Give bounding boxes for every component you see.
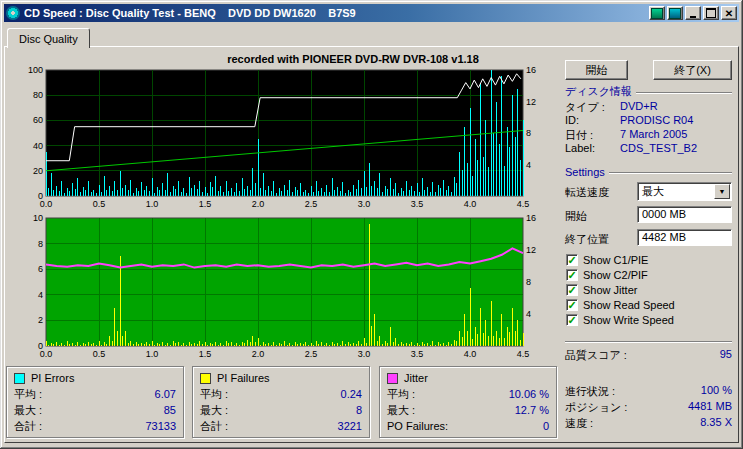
svg-text:0.5: 0.5 [93, 199, 106, 209]
svg-text:8: 8 [526, 128, 531, 138]
svg-text:1.5: 1.5 [199, 199, 212, 209]
speed-label: 転送速度 [565, 185, 609, 200]
end-position-field[interactable]: 4482 MB [637, 229, 732, 246]
svg-text:16: 16 [526, 213, 536, 223]
stat-value: 0.24 [341, 388, 362, 400]
speed-label: 速度 : [565, 416, 593, 431]
checkbox-icon[interactable]: ✓ [566, 269, 578, 281]
progress-row: 進行状況 : 100 % [565, 384, 732, 399]
stat-label: PO Failures: [387, 420, 448, 432]
chevron-down-icon: ▼ [719, 188, 726, 195]
pi-failures-title: PI Failures [217, 372, 270, 384]
chart-tool-icon [651, 8, 663, 19]
svg-text:20: 20 [33, 166, 43, 176]
speed-value: 8.35 X [700, 416, 732, 431]
checkbox-label: Show Read Speed [583, 299, 675, 311]
divider [636, 92, 732, 94]
checkbox-show-read-speed[interactable]: ✓ Show Read Speed [566, 299, 675, 311]
checkbox-show-c1-pie[interactable]: ✓ Show C1/PIE [566, 254, 648, 266]
svg-text:1.0: 1.0 [146, 199, 159, 209]
pi-errors-color-chip [14, 373, 25, 384]
position-row: ポジション : 4481 MB [565, 400, 732, 415]
progress-label: 進行状況 : [565, 384, 615, 399]
titlebar[interactable]: CD Speed : Disc Quality Test - BENQ DVD … [4, 4, 739, 22]
svg-text:16: 16 [526, 65, 536, 75]
svg-text:0.0: 0.0 [40, 199, 53, 209]
svg-text:2: 2 [38, 315, 43, 325]
disc-type-label: タイプ : [565, 100, 620, 115]
svg-text:8: 8 [526, 277, 531, 287]
checkbox-icon[interactable]: ✓ [566, 254, 578, 266]
stat-value: 85 [164, 404, 176, 416]
close-button[interactable]: ✕ [721, 6, 737, 20]
speed-select-value: 最大 [638, 184, 713, 199]
svg-text:4.0: 4.0 [464, 199, 477, 209]
stat-value: 6.07 [155, 388, 176, 400]
svg-text:4.5: 4.5 [517, 199, 530, 209]
progress-value: 100 % [701, 384, 732, 399]
checkbox-show-write-speed[interactable]: ✓ Show Write Speed [566, 314, 674, 326]
titlebar-tool-button-2[interactable] [667, 6, 683, 20]
stat-label: 合計 : [14, 419, 42, 434]
stat-value: 12.7 % [515, 404, 549, 416]
speed-select-dropdown-button[interactable]: ▼ [714, 184, 730, 199]
svg-text:3.0: 3.0 [358, 199, 371, 209]
jitter-box: Jitter 平均 :10.06 % 最大 :12.7 % PO Failure… [379, 366, 557, 438]
window-title: CD Speed : Disc Quality Test - BENQ DVD … [24, 7, 356, 19]
svg-text:0.0: 0.0 [40, 349, 53, 359]
checkbox-label: Show C1/PIE [583, 254, 648, 266]
close-icon: ✕ [725, 9, 733, 18]
svg-text:4.5: 4.5 [517, 349, 530, 359]
pi-errors-title: PI Errors [31, 372, 74, 384]
app-window: CD Speed : Disc Quality Test - BENQ DVD … [0, 0, 743, 449]
disc-type-row: タイプ : DVD+R [565, 100, 732, 115]
start-position-field[interactable]: 0000 MB [637, 206, 732, 223]
end-position-label: 終了位置 [565, 232, 609, 247]
speed-select[interactable]: 最大 ▼ [637, 182, 732, 201]
svg-text:100: 100 [28, 65, 43, 75]
svg-text:12: 12 [526, 245, 536, 255]
quality-chart: 0204060801004812160.00.51.01.52.02.53.03… [8, 64, 548, 210]
titlebar-buttons: ✕ [649, 6, 737, 20]
titlebar-tool-button-1[interactable] [649, 6, 665, 20]
stat-value: 73133 [145, 420, 176, 432]
checkbox-show-jitter[interactable]: ✓ Show Jitter [566, 284, 637, 296]
stat-value: 10.06 % [509, 388, 549, 400]
disc-label-row: Label: CDS_TEST_B2 [565, 142, 732, 154]
svg-text:4: 4 [38, 290, 43, 300]
maximize-button[interactable] [703, 6, 719, 20]
speed-row: 速度 : 8.35 X [565, 416, 732, 431]
svg-text:60: 60 [33, 115, 43, 125]
checkbox-icon[interactable]: ✓ [566, 299, 578, 311]
checkbox-label: Show Write Speed [583, 314, 674, 326]
disc-label-value: CDS_TEST_B2 [620, 142, 697, 154]
checkbox-show-c2-pif[interactable]: ✓ Show C2/PIF [566, 269, 648, 281]
tab-disc-quality[interactable]: Disc Quality [7, 28, 90, 48]
start-button[interactable]: 開始 [565, 60, 628, 80]
tab-label: Disc Quality [19, 33, 78, 45]
minimize-icon [690, 16, 696, 18]
app-icon [6, 6, 20, 20]
svg-text:2.5: 2.5 [305, 199, 318, 209]
settings-header: Settings [565, 166, 732, 178]
stat-label: 最大 : [387, 403, 415, 418]
svg-text:2.0: 2.0 [252, 349, 265, 359]
svg-text:1.0: 1.0 [146, 349, 159, 359]
stat-label: 平均 : [200, 387, 228, 402]
svg-text:1.5: 1.5 [199, 349, 212, 359]
svg-text:6: 6 [38, 264, 43, 274]
checkbox-icon[interactable]: ✓ [566, 314, 578, 326]
exit-button[interactable]: 終了(X) [653, 60, 732, 80]
checkbox-icon[interactable]: ✓ [566, 284, 578, 296]
minimize-button[interactable] [685, 6, 701, 20]
stat-label: 平均 : [14, 387, 42, 402]
svg-text:2.5: 2.5 [305, 349, 318, 359]
svg-text:10: 10 [33, 213, 43, 223]
svg-text:40: 40 [33, 141, 43, 151]
divider [565, 341, 732, 343]
position-value: 4481 MB [688, 400, 732, 415]
disc-info-header: ディスク情報 [565, 84, 732, 99]
svg-text:3.5: 3.5 [411, 349, 424, 359]
svg-text:0.5: 0.5 [93, 349, 106, 359]
disc-date-label: 日付 : [565, 128, 620, 143]
